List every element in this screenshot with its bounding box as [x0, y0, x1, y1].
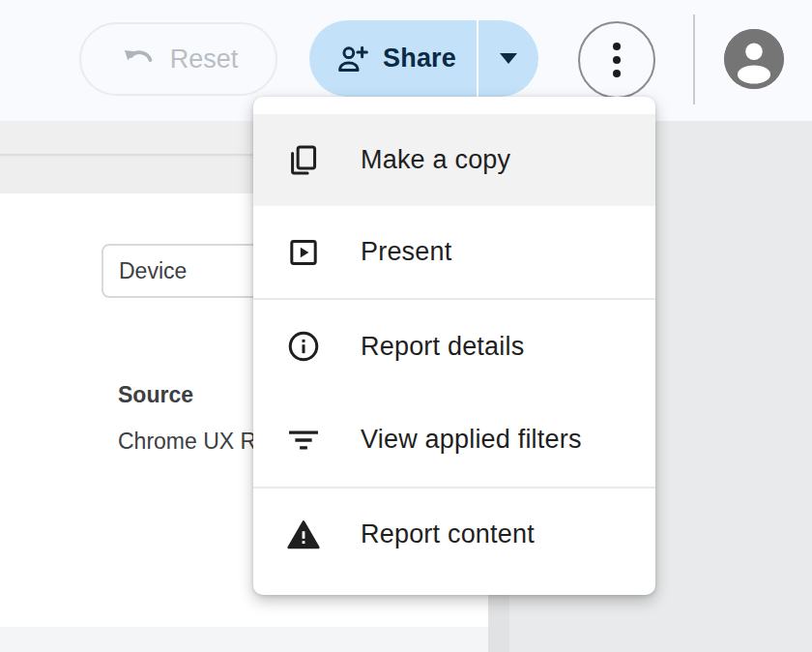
info-icon [285, 328, 322, 365]
chevron-down-icon [500, 53, 517, 64]
copy-icon [285, 142, 322, 179]
more-options-menu: Make a copy Present Report details Vi [253, 97, 655, 595]
device-filter-control[interactable]: Device [102, 244, 266, 298]
more-options-button[interactable] [578, 21, 655, 99]
reset-button[interactable]: Reset [79, 22, 277, 96]
menu-item-report-content[interactable]: Report content [253, 489, 655, 580]
menu-item-label: Report details [361, 332, 524, 362]
menu-item-report-details[interactable]: Report details [253, 300, 655, 393]
menu-item-make-a-copy[interactable]: Make a copy [253, 114, 655, 206]
share-split-button: Share [309, 20, 538, 97]
share-button-label: Share [383, 44, 456, 74]
source-column-header: Source [118, 382, 193, 408]
source-cell-value: Chrome UX R [118, 429, 253, 455]
menu-item-label: Make a copy [361, 145, 510, 175]
filter-list-icon [285, 422, 322, 459]
menu-item-label: Present [361, 237, 451, 267]
reset-button-label: Reset [170, 44, 239, 74]
menu-item-label: Report content [361, 519, 535, 549]
person-add-icon [334, 41, 370, 77]
undo-icon [119, 40, 158, 78]
present-play-icon [285, 234, 322, 271]
avatar[interactable] [724, 29, 784, 89]
share-dropdown-button[interactable] [478, 20, 538, 97]
canvas-bottom-strip [0, 627, 488, 652]
device-filter-label: Device [119, 258, 187, 284]
menu-item-view-applied-filters[interactable]: View applied filters [253, 393, 655, 487]
warning-icon [285, 517, 322, 553]
topbar-divider [693, 15, 695, 104]
menu-item-present[interactable]: Present [253, 206, 655, 298]
share-button[interactable]: Share [309, 20, 477, 97]
menu-item-label: View applied filters [361, 425, 582, 455]
vertical-ellipsis-icon [613, 43, 621, 50]
